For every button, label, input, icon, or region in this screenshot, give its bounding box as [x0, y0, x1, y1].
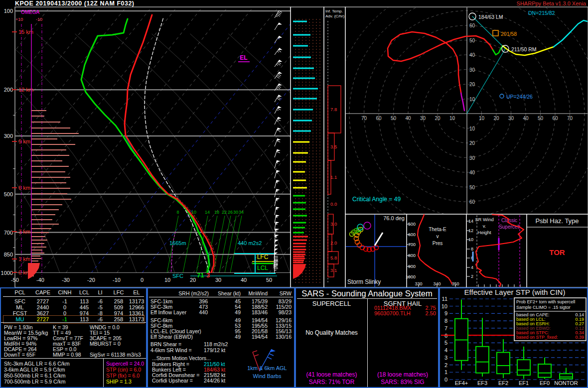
kin-header-underline	[149, 297, 293, 297]
stp-ytick-label: 8	[444, 318, 447, 324]
adv-title-line1: Inf. Temp.	[325, 9, 343, 13]
barb-staff	[275, 170, 277, 178]
kin-header: Shear (kt)	[216, 290, 241, 296]
hodo-ring-label-down: 20	[469, 140, 475, 146]
stp-category-label: EF2	[498, 380, 508, 386]
slinky-title: Storm Slinky	[347, 278, 381, 285]
stp-box	[476, 347, 489, 373]
sars-panel[interactable]: SARS - Sounding Analogue System SUPERCEL…	[295, 287, 439, 388]
temp-tick-label: -20	[87, 277, 95, 283]
temp-tick-label: 20	[190, 277, 196, 283]
temp-advection-strip[interactable]: Inf. Temp.Adv. (C/hr)7.83.51.10.03.02.05…	[324, 7, 345, 287]
sars-title: SARS - Sounding Analogue System	[296, 289, 438, 298]
el-label: EL	[240, 54, 247, 61]
barb-full	[278, 13, 281, 15]
stp-category-label: EF0	[540, 380, 550, 386]
stp-ytick-label: 2	[444, 362, 447, 368]
classic-supercell-label: Classic	[501, 218, 517, 223]
pressure-tick-label: 300	[4, 133, 13, 139]
hodo-ring-label-up: 20	[469, 82, 475, 87]
mixing-ratio-label: 22	[222, 210, 227, 215]
adv-value: 7.8	[330, 107, 337, 112]
temp-tick-label: 0	[141, 277, 144, 283]
hodograph-panel[interactable]: 1010202030304040505060607070101020203030…	[335, 0, 588, 246]
barb-full	[277, 87, 280, 89]
brn-shear-label: BRN Shear =	[150, 341, 181, 347]
corfidi-down-label: DN=215/82	[528, 10, 555, 16]
temp-tick-label: -40	[36, 277, 44, 283]
adv-value: 2.0	[330, 240, 337, 246]
stp-ytick-label: 10	[441, 303, 447, 309]
surface-dewpoint: 71	[197, 271, 204, 279]
hodo-ring-label-up: 40	[469, 52, 475, 58]
thetae-inset[interactable]: 5006007008009001000330340350Theta-EvPres	[406, 214, 466, 287]
mixing-ratio-label: 34	[239, 210, 244, 215]
hodo-trace-3-6km	[493, 46, 503, 55]
mixing-ratio-label: 10	[191, 210, 196, 215]
hazard-inset[interactable]: Psbl Haz. TypeTOR	[527, 214, 588, 287]
barb-staff	[260, 349, 272, 371]
composite-index-value: STP (cin) = 6.0	[106, 367, 141, 373]
stp-box	[560, 374, 573, 379]
slinky-ring-magenta	[364, 222, 371, 229]
sars-hail-match-id[interactable]: 96030700.TLH	[374, 310, 411, 316]
inset-row: 76.0 degStorm Slinky50060070080090010003…	[345, 214, 588, 287]
dry-adiabat	[0, 34, 137, 273]
hodo-ring-label-right: 40	[523, 116, 529, 121]
section-divider	[1, 358, 146, 359]
kin-row-label: Eff Shear (EBWD)	[150, 334, 193, 340]
barb-full	[276, 76, 279, 78]
barb-full	[269, 354, 274, 356]
dry-adiabat	[37, 34, 213, 273]
parcel-stats-panel[interactable]: PCLCAPECINHLCLLILFCELSFC2727-1113-625813…	[0, 287, 147, 388]
hazard-value: TOR	[549, 248, 565, 257]
barb-pennant	[276, 215, 280, 217]
index-value: DownT = 65F	[4, 352, 35, 358]
barb-full	[278, 50, 281, 52]
hodo-ring-label-down: 10	[469, 126, 475, 131]
stp-box	[497, 353, 510, 374]
hodo-ring-label-up: 50	[469, 38, 475, 43]
srwind-ytick: 2	[471, 274, 473, 279]
srwind-inset[interactable]: 2468101214ClassicSupercellSR Windv.Heigh…	[466, 214, 527, 287]
stp-ytick-label: 4	[444, 347, 447, 353]
eil-height-label: 1665m	[169, 240, 186, 246]
mixing-ratio-label: 30	[233, 210, 238, 215]
hodo-ring-label-left: 30	[420, 116, 426, 121]
lfc-label: LFC	[257, 254, 269, 260]
barb-full	[277, 119, 281, 121]
storm-motion-value: 244/26 kt	[204, 378, 225, 384]
corfidi-up-marker	[500, 94, 504, 98]
brn-shear-value: 118 m2/s2	[204, 341, 228, 347]
barb-half	[276, 162, 278, 163]
upper-plots[interactable]: 810141822263034100200300500700850100015 …	[0, 0, 588, 287]
height-label: 6 km	[18, 185, 30, 191]
barb-pennant	[276, 160, 280, 163]
wind-barb	[275, 160, 280, 168]
sars-supercell-loose: (41 loose matches)	[296, 371, 367, 378]
index-value: MBURST = 0	[90, 341, 121, 347]
pressure-tick-label: 700	[4, 230, 13, 236]
barb-pennant	[275, 249, 278, 251]
stp-legend-title1: Prob EF2+ torn with supercell	[516, 299, 575, 304]
hodo-ring-label-down: 50	[469, 185, 475, 190]
stp-boxplot-panel[interactable]: Effective Layer STP (with CIN)0123456789…	[439, 287, 588, 388]
corfidi-up-label: UP=244/26	[506, 94, 533, 100]
temp-tick-label: -30	[62, 277, 70, 283]
barb-staff	[275, 23, 279, 30]
kin-mnwind: 194/54	[244, 334, 268, 340]
stp-category-label: EF4+	[455, 380, 468, 386]
slinky-frame	[345, 214, 407, 287]
wind-speed-strip[interactable]	[291, 7, 324, 287]
storm-slinky-inset[interactable]: 76.0 degStorm Slinky	[345, 214, 407, 287]
wind-barb	[275, 106, 282, 114]
kinematics-panel[interactable]: 1km & 6km AGL Wind Barbs SRH (m2/s2)Shea…	[147, 287, 295, 388]
mixing-ratio-label: 14	[205, 210, 210, 215]
isotherm-line	[40, 7, 253, 273]
barb-half	[276, 191, 278, 192]
temp-tick-label: -50	[11, 277, 19, 283]
wind-barb	[275, 180, 280, 188]
hodo-ring-label-down: 40	[469, 170, 475, 175]
section-divider	[1, 322, 146, 323]
srwind-ytick: 4	[471, 265, 473, 270]
